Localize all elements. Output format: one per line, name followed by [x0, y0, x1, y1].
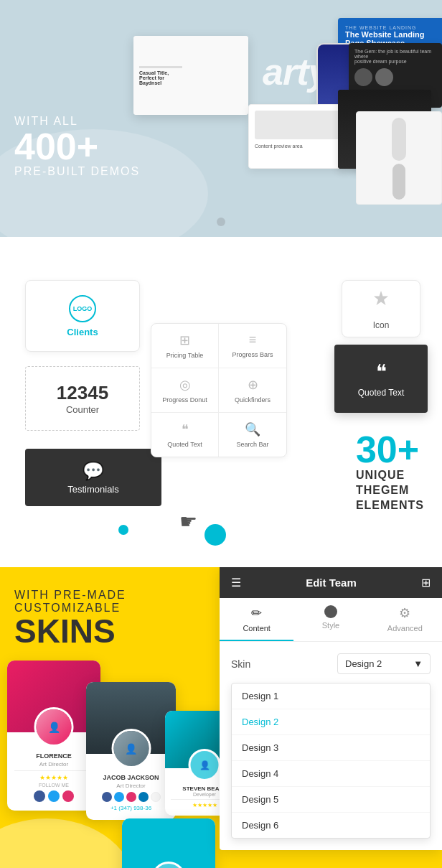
skin-card-2: 👤 JACOB JACKSON Art Director +1 (347) 93…: [86, 682, 176, 820]
thirty-plus-area: 30+ UNIQUE THEGEM ELEMENTS: [356, 431, 424, 513]
grid-row-1: ⊞ Pricing Table ≡ Progress Bars: [151, 324, 286, 368]
panel-title: Edit Team: [306, 577, 357, 589]
clients-label: Clients: [67, 327, 98, 337]
skin-card-green: 👤 KENNETH DIAZ Designer ★★★★★ FOLLOW ME: [122, 818, 215, 868]
logo-icon: LOGO: [69, 295, 96, 322]
widgets-area: LOGO Clients 12345 Counter 💬 Testimonial…: [11, 273, 431, 553]
quickfinders-icon: ⊕: [248, 377, 258, 393]
elements-section: LOGO Clients 12345 Counter 💬 Testimonial…: [0, 251, 442, 567]
panel-header-icons: ⊞: [421, 576, 431, 589]
dropdown-item-6[interactable]: Design 6: [232, 813, 430, 838]
dropdown-item-3[interactable]: Design 3: [232, 735, 430, 761]
quote-icon: ❝: [376, 360, 387, 383]
star-icon: [370, 288, 392, 316]
quoted-icon: ❝: [182, 421, 189, 437]
avatar-2: 👤: [111, 729, 151, 768]
skin-dropdown[interactable]: Design 2 ▼: [337, 653, 431, 674]
progress-label: Progress Bars: [232, 351, 273, 358]
skins-title: WITH PRE-MADE CUSTOMIZABLE SKINS: [14, 589, 428, 648]
dropdown-selected: Design 2: [345, 658, 382, 669]
dropdown-item-4[interactable]: Design 4: [232, 761, 430, 787]
dot-blue: [118, 525, 128, 535]
quoted-label: Quoted Text: [167, 441, 202, 448]
skin-row: Skin Design 2 ▼: [231, 653, 431, 674]
counter-value: 12345: [57, 382, 108, 404]
icon-card: Icon: [342, 280, 420, 337]
donut-label: Progress Donut: [162, 396, 207, 403]
spacer1: [0, 237, 442, 251]
prebuilt-label: PRE-BUILT DEMOS: [14, 165, 140, 178]
skins-label: SKINS: [14, 615, 428, 648]
screenshot-white: Content preview area: [248, 104, 349, 169]
counter-label: Counter: [66, 404, 99, 415]
testimonials-card: 💬 Testimonials: [25, 449, 161, 506]
quoted-text-label: Quoted Text: [358, 388, 405, 398]
donut-cell: ◎ Progress Donut: [151, 368, 219, 412]
progress-cell: ≡ Progress Bars: [219, 324, 286, 368]
pricing-cell: ⊞ Pricing Table: [151, 324, 219, 368]
clients-card: LOGO Clients: [25, 280, 140, 352]
quickfinders-cell: ⊕ Quickfinders: [219, 368, 286, 412]
quoted-text-card: ❝ Quoted Text: [334, 345, 428, 413]
card-1-name: FLORENCE: [14, 752, 93, 760]
quoted-cell: ❝ Quoted Text: [151, 413, 219, 457]
pricing-icon: ⊞: [179, 332, 190, 348]
count-label: 400+: [14, 128, 140, 165]
dropdown-item-2[interactable]: Design 2: [232, 709, 430, 735]
center-dot: [217, 218, 225, 226]
progress-icon: ≡: [249, 332, 257, 347]
pricing-label: Pricing Table: [166, 352, 203, 359]
dropdown-list: Design 1 Design 2 Design 3 Design 4 Desi…: [231, 683, 431, 839]
grid-row-2: ◎ Progress Donut ⊕ Quickfinders: [151, 368, 286, 413]
card-1-stars: ★★★★★: [14, 774, 93, 781]
donut-icon: ◎: [179, 377, 191, 393]
cursor-icon: ☛: [179, 510, 197, 533]
card-2-role: Art Director: [93, 783, 169, 789]
speech-icon: 💬: [83, 461, 104, 481]
quickfinders-label: Quickfinders: [235, 396, 271, 403]
icon-card-label: Icon: [373, 320, 390, 330]
with-premade-label: WITH PRE-MADE: [14, 589, 428, 602]
card-1-role: Art Director: [14, 761, 93, 767]
counter-card: 12345 Counter: [25, 366, 140, 431]
avatar-1: 👤: [34, 707, 74, 747]
widgets-grid: ⊞ Pricing Table ≡ Progress Bars ◎ Progre…: [151, 323, 287, 457]
grid-row-3: ❝ Quoted Text 🔍 Search Bar: [151, 413, 286, 457]
dot-teal-big: [204, 524, 226, 546]
hamburger-icon[interactable]: ☰: [231, 576, 241, 589]
screenshot-casual: Casual Title,Perfect forBaydnsel: [133, 36, 248, 115]
panel-content: Skin Design 2 ▼ Design 1 Design 2 Design…: [220, 642, 442, 850]
dropdown-item-1[interactable]: Design 1: [232, 683, 430, 709]
chevron-down-icon: ▼: [413, 658, 423, 669]
testimonials-label: Testimonials: [67, 484, 119, 495]
search-cell: 🔍 Search Bar: [219, 413, 286, 457]
demos-text: WITH ALL 400+ PRE-BUILT DEMOS: [14, 115, 140, 178]
demos-section: Casual Title,Perfect forBaydnsel arty TH…: [0, 0, 442, 237]
unique-label: UNIQUE THEGEM ELEMENTS: [356, 468, 424, 513]
search-label: Search Bar: [236, 441, 268, 448]
grid-icon[interactable]: ⊞: [421, 576, 431, 589]
dropdown-item-5[interactable]: Design 5: [232, 787, 430, 813]
search-icon: 🔍: [245, 421, 260, 437]
skins-preview: 👤 FLORENCE Art Director ★★★★★ FOLLOW ME: [7, 661, 222, 868]
skin-field-label: Skin: [231, 658, 250, 670]
screenshot-cosmetics: [356, 111, 442, 205]
card-2-name: JACOB JACKSON: [93, 774, 169, 781]
skins-section: WITH PRE-MADE CUSTOMIZABLE SKINS 👤 FLORE…: [0, 567, 442, 868]
thirty-num: 30+: [356, 431, 424, 468]
